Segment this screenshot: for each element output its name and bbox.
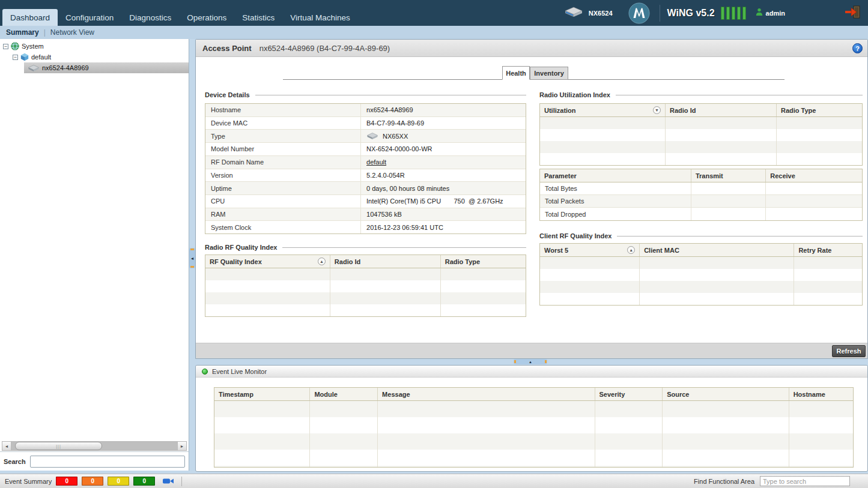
major-events-badge[interactable]: 0 (82, 477, 103, 486)
column-header[interactable]: Worst 5▲ (540, 244, 640, 256)
column-header[interactable]: Retry Rate (794, 244, 862, 256)
column-header[interactable]: Module (310, 388, 378, 400)
column-header[interactable]: Radio Id (666, 104, 777, 116)
event-summary-label: Event Summary (5, 478, 52, 485)
scrollbar-thumb[interactable]: ||| (15, 442, 102, 450)
sidebar-collapse-handle[interactable]: ◄ (189, 248, 195, 268)
warning-events-badge[interactable]: 0 (108, 477, 129, 486)
traffic-parameter: Total Packets (540, 195, 691, 207)
detail-value: Intel(R) Core(TM) i5 CPU 750 @ 2.67GHz (361, 195, 526, 208)
column-header[interactable]: Source (663, 388, 789, 400)
subnav-network-view[interactable]: Network View (50, 28, 94, 37)
tab-operations[interactable]: Operations (179, 9, 234, 26)
panel-header: Access Point nx6524-4A8969 (B4-C7-99-4A-… (196, 40, 867, 57)
rf-domain-link[interactable]: default (366, 158, 386, 166)
event-monitor-title: Event Live Monitor (212, 368, 267, 375)
tab-diagnostics[interactable]: Diagnostics (121, 9, 179, 26)
detail-value: 5.2.4.0-054R (361, 169, 526, 182)
status-bar: Event Summary 0 0 0 0 Find Functional Ar… (0, 474, 868, 488)
section-title: Radio Utilization Index (539, 91, 610, 98)
column-header[interactable]: Timestamp (214, 388, 310, 400)
detail-label: Uptime (205, 182, 361, 194)
wing-dashboard: Dashboard Configuration Diagnostics Oper… (0, 0, 868, 488)
sub-nav-bar: Summary | Network View (0, 26, 868, 39)
collapse-left-icon: ◄ (190, 256, 195, 261)
column-header[interactable]: Radio Id (330, 255, 441, 268)
tab-configuration[interactable]: Configuration (58, 9, 121, 26)
statusbar-divider (181, 477, 182, 486)
help-icon[interactable]: ? (852, 43, 863, 53)
column-header[interactable]: Message (378, 388, 595, 400)
column-header[interactable]: Parameter (540, 169, 691, 182)
functional-area-search-input[interactable] (760, 476, 850, 486)
detail-label: Version (205, 169, 361, 182)
column-header[interactable]: Transmit (691, 169, 766, 182)
motorola-logo-icon (628, 2, 650, 24)
collapse-expander-icon[interactable]: − (3, 44, 8, 49)
detail-value: B4-C7-99-4A-89-69 (361, 117, 526, 130)
table-row: Version 5.2.4.0-054R (205, 169, 526, 182)
find-functional-area: Find Functional Area (694, 476, 850, 486)
sidebar-horizontal-scrollbar[interactable]: ◄ ||| ► (2, 441, 187, 451)
radio-rf-quality-table: RF Quality Index▲ Radio Id Radio Type (205, 255, 526, 317)
column-header[interactable]: Radio Type (777, 104, 862, 116)
tree-item-label: nx6524-4A8969 (42, 64, 89, 71)
critical-events-badge[interactable]: 0 (56, 477, 77, 486)
column-header[interactable]: Client MAC (640, 244, 794, 256)
tree-item-default[interactable]: − default (0, 52, 189, 62)
detail-label: RAM (205, 208, 361, 221)
traffic-receive (766, 195, 862, 207)
detail-label: Device MAC (205, 117, 361, 130)
scroll-left-icon[interactable]: ◄ (2, 442, 11, 450)
event-live-monitor-panel: Event Live Monitor Timestamp Module Mess… (195, 365, 868, 472)
tab-health[interactable]: Health (502, 66, 530, 80)
section-title: Radio RF Quality Index (205, 244, 277, 251)
panel-subtitle: nx6524-4A8969 (B4-C7-99-4A-89-69) (259, 44, 390, 53)
tab-virtual-machines[interactable]: Virtual Machines (282, 9, 358, 26)
table-row: Total Packets (540, 195, 862, 208)
detail-value: 2016-12-23 06:59:41 UTC (361, 221, 526, 233)
logout-icon[interactable] (844, 5, 861, 22)
device-type-icon (366, 132, 378, 140)
globe-icon (11, 42, 19, 50)
traffic-receive (766, 182, 862, 194)
radio-utilization-table: Utilization▼ Radio Id Radio Type (539, 103, 863, 166)
tree-item-label: default (31, 53, 51, 61)
find-functional-area-label: Find Functional Area (694, 478, 754, 485)
column-header[interactable]: Hostname (789, 388, 853, 400)
table-header-row: RF Quality Index▲ Radio Id Radio Type (205, 255, 526, 268)
product-name: WiNG v5.2 (667, 8, 715, 19)
traffic-receive (766, 208, 862, 220)
table-body-empty (540, 117, 862, 165)
scroll-right-icon[interactable]: ► (177, 442, 186, 450)
column-header[interactable]: RF Quality Index▲ (205, 255, 330, 268)
column-header[interactable]: Severity (595, 388, 663, 400)
collapse-expander-icon[interactable]: − (13, 55, 18, 60)
tree-item-system[interactable]: − System (0, 41, 189, 52)
column-header[interactable]: Receive (766, 169, 862, 182)
normal-events-badge[interactable]: 0 (133, 477, 155, 486)
tab-inventory[interactable]: Inventory (530, 67, 568, 80)
table-header-row: Worst 5▲ Client MAC Retry Rate (540, 244, 862, 257)
scrollbar-track[interactable]: ||| (11, 442, 177, 450)
main-nav-tabs: Dashboard Configuration Diagnostics Oper… (2, 9, 358, 26)
detail-value: 1047536 kB (361, 208, 526, 221)
signal-bars-icon (721, 7, 746, 20)
controller-device-label: NX6524 (589, 10, 613, 17)
search-label: Search (4, 458, 26, 465)
subnav-divider: | (44, 28, 46, 37)
detail-value: default (361, 156, 526, 169)
event-panel-collapse-handle[interactable]: ▲ (514, 359, 547, 364)
search-input[interactable] (30, 456, 185, 468)
refresh-button[interactable]: Refresh (832, 345, 866, 357)
sort-asc-icon[interactable]: ▲ (627, 246, 635, 254)
subnav-summary[interactable]: Summary (6, 28, 39, 37)
sort-desc-icon[interactable]: ▼ (653, 106, 661, 114)
tree-item-access-point[interactable]: nx6524-4A8969 (0, 62, 189, 73)
tab-dashboard[interactable]: Dashboard (2, 9, 58, 26)
sort-asc-icon[interactable]: ▲ (318, 258, 326, 265)
tab-statistics[interactable]: Statistics (234, 9, 282, 26)
event-camera-icon[interactable] (162, 477, 174, 485)
column-header[interactable]: Utilization▼ (540, 104, 666, 116)
column-header[interactable]: Radio Type (441, 255, 526, 268)
